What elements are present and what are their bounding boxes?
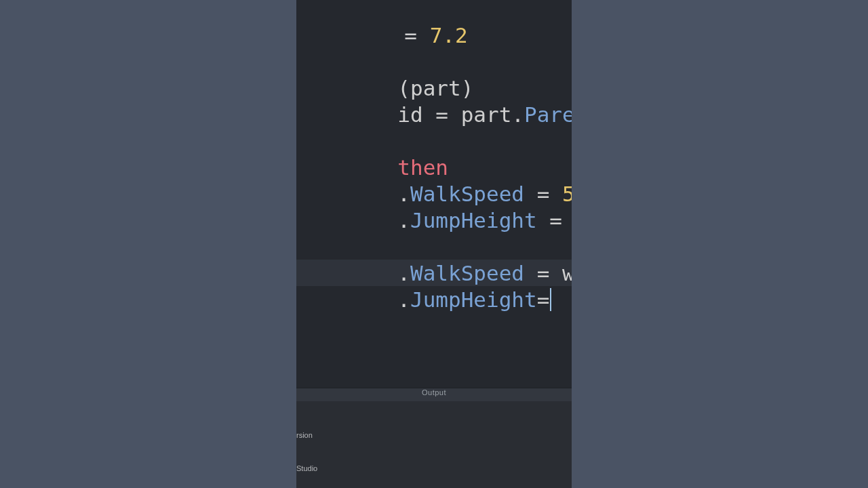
property-token: JumpHeight [410,208,537,232]
operator-token: = [537,287,550,312]
dot-token: . [397,208,410,232]
number-token: 7.2 [430,23,468,47]
code-line: .WalkSpeed = 50 [296,155,572,181]
operator-token: = [435,102,460,127]
space-token [537,208,550,232]
ide-viewport: = 7.2 (part) id = part.Parent:Find then … [296,0,572,488]
text-cursor [550,288,551,311]
identifier-token: id [397,102,435,127]
property-token: JumpHeight [410,287,537,312]
output-panel-title: Output [296,388,572,396]
output-line: Studio [296,464,317,472]
output-line: rsion [296,431,313,439]
code-line: .JumpHeight = 30 [296,181,572,207]
code-line-active: .JumpHeight= [296,260,572,287]
code-line: id = part.Parent:Find [296,75,572,102]
property-token: Parent [524,102,572,127]
code-line: = 7.2 [303,0,572,22]
dot-token: . [511,102,524,127]
operator-token: = [549,208,572,232]
code-line: .WalkSpeed = walkNumb [296,234,572,260]
output-panel[interactable]: rsion Studio [296,401,572,488]
identifier-token: part [461,102,512,127]
code-line: (part) [296,49,572,75]
code-editor[interactable]: = 7.2 (part) id = part.Parent:Find then … [296,0,572,388]
code-line: then [296,128,572,155]
operator-token: = [404,23,429,47]
dot-token: . [397,287,410,312]
